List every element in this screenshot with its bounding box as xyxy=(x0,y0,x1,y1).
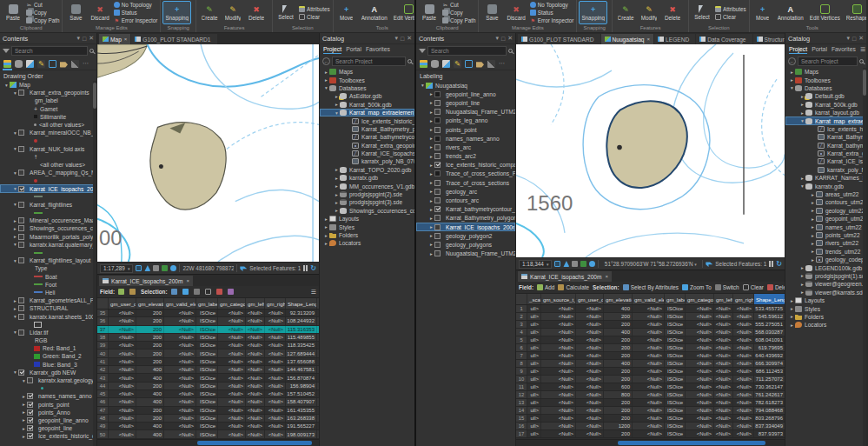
table-cell[interactable]: <Null> xyxy=(218,310,246,316)
expander-icon[interactable] xyxy=(323,233,329,238)
catalog-item[interactable]: Maps xyxy=(785,68,866,76)
row-number[interactable]: 6 xyxy=(516,344,527,351)
expander-icon[interactable] xyxy=(428,118,434,123)
expander-icon[interactable] xyxy=(323,85,329,90)
expander-icon[interactable] xyxy=(12,258,18,263)
view-tab[interactable]: G100_PLOT STANDARD1 xyxy=(131,34,216,44)
table-cell[interactable]: 200 xyxy=(136,415,164,422)
labeling-view-icon[interactable] xyxy=(476,60,484,68)
table-cell[interactable]: ISOice xyxy=(665,336,686,343)
table-row[interactable]: 5 ull><Null><Null>200<Null>ISOice<Null><… xyxy=(516,336,785,344)
expander-icon[interactable] xyxy=(3,83,10,88)
expander-icon[interactable] xyxy=(21,378,27,383)
search-input[interactable] xyxy=(427,46,507,56)
table-cell[interactable]: <Null> xyxy=(576,399,604,406)
expander-icon[interactable] xyxy=(334,200,340,205)
table-cell[interactable]: <Null> xyxy=(265,326,286,333)
catalog-item[interactable]: trends_utm22 xyxy=(785,248,866,256)
table-cell[interactable]: 568.030287 xyxy=(754,329,785,336)
row-number[interactable]: 4 xyxy=(516,329,527,336)
table-cell[interactable]: <Null> xyxy=(633,321,665,328)
expander-icon[interactable] xyxy=(799,94,805,99)
table-cell[interactable]: <Null> xyxy=(714,399,733,406)
table-cell[interactable]: ull> xyxy=(527,399,541,406)
table-cell[interactable]: <Null> xyxy=(265,374,286,381)
ribbon-button[interactable]: Create xyxy=(198,1,221,24)
column-header[interactable]: Shape_Length xyxy=(286,298,317,309)
table-cell[interactable]: 200 xyxy=(136,342,164,349)
table-cell[interactable]: <Null> xyxy=(164,342,196,349)
layer-item[interactable]: Green: Band_2 xyxy=(0,352,96,360)
column-header[interactable]: gm_right xyxy=(733,294,754,304)
expander-icon[interactable] xyxy=(12,130,18,136)
catalog-item[interactable]: Locators xyxy=(320,239,414,247)
expander-icon[interactable] xyxy=(428,233,434,238)
expander-icon[interactable] xyxy=(334,110,340,116)
table-cell[interactable]: <Null> xyxy=(265,342,286,349)
column-header[interactable]: gm_elevation xyxy=(136,298,164,309)
table-cell[interactable]: <Null> xyxy=(164,334,196,341)
back-icon[interactable]: ← xyxy=(322,57,330,65)
row-number[interactable]: 46 xyxy=(97,398,109,405)
column-header[interactable]: gm_category xyxy=(218,298,246,309)
row-number[interactable]: 8 xyxy=(516,360,527,367)
scrollbar[interactable] xyxy=(863,68,866,446)
table-cell[interactable]: <Null> xyxy=(633,352,665,359)
table-cell[interactable]: <Null> xyxy=(733,352,754,359)
layer-item[interactable]: Mineral_occurences_Maarmorilik_100k xyxy=(0,216,96,224)
table-selection-button[interactable]: Select By Attributes xyxy=(623,284,679,290)
catalog-item[interactable]: Karrat_map_extraelements.gdb xyxy=(785,116,866,124)
close-icon[interactable]: × xyxy=(186,278,189,283)
layer-item[interactable] xyxy=(0,384,96,392)
search-project-input[interactable] xyxy=(798,57,858,66)
table-cell[interactable]: <Null> xyxy=(265,423,286,429)
ribbon-button[interactable]: Select xyxy=(691,1,713,24)
expander-icon[interactable] xyxy=(428,127,434,132)
table-cell[interactable]: 200 xyxy=(136,349,164,356)
ribbon-button[interactable]: Annotation xyxy=(359,1,390,24)
table-cell[interactable]: <Null> xyxy=(265,407,286,414)
table-cell[interactable]: <Null> xyxy=(576,305,604,312)
table-cell[interactable]: 92.313209 xyxy=(286,310,317,316)
tab-favorites[interactable]: Favorites xyxy=(832,46,856,53)
table-cell[interactable]: <Null> xyxy=(686,368,714,375)
catalog-item[interactable]: prodgisjspgint(2).sde xyxy=(320,190,414,198)
chevron-down-icon[interactable]: ▾ xyxy=(495,35,499,42)
table-cell[interactable]: 200 xyxy=(604,415,633,422)
layer-item[interactable]: Foot xyxy=(0,281,96,289)
ribbon-button[interactable]: Attributes xyxy=(715,5,746,12)
layer-item[interactable]: RGB xyxy=(0,336,96,344)
table-cell[interactable]: 400 xyxy=(136,430,164,437)
expander-icon[interactable] xyxy=(334,176,340,181)
layer-item[interactable]: geopoint_line xyxy=(0,424,96,432)
close-icon[interactable]: × xyxy=(605,274,608,279)
table-cell[interactable]: ISOice xyxy=(196,383,218,389)
table-cell[interactable]: <Null> xyxy=(246,366,265,373)
row-number[interactable]: 48 xyxy=(97,415,109,422)
table-cell[interactable]: <Null> xyxy=(218,398,246,405)
ribbon-button[interactable]: Delete xyxy=(661,1,684,24)
table-cell[interactable]: <Null> xyxy=(733,430,754,437)
expander-icon[interactable] xyxy=(810,208,816,213)
table-cell[interactable]: 198.009173 xyxy=(286,430,317,437)
layer-item[interactable]: Karrat_mineralOCC_NB_21 xyxy=(0,129,96,136)
layer-item[interactable] xyxy=(0,209,96,216)
expander-icon[interactable] xyxy=(21,402,27,407)
table-cell[interactable]: <Null> xyxy=(714,321,733,328)
search-icon[interactable] xyxy=(859,59,864,63)
layer-checkbox[interactable] xyxy=(434,197,441,203)
grid-icon[interactable] xyxy=(136,265,142,271)
table-cell[interactable]: <Null> xyxy=(576,368,604,375)
table-cell[interactable]: <Null> xyxy=(714,336,733,343)
layer-checkbox[interactable] xyxy=(18,170,24,176)
table-selection-button[interactable] xyxy=(171,289,179,295)
charts-view-icon[interactable] xyxy=(487,60,495,68)
ribbon-button[interactable]: Error Inspector xyxy=(530,17,574,24)
table-cell[interactable]: 400 xyxy=(604,305,633,312)
table-cell[interactable]: <Null> xyxy=(686,336,714,343)
table-cell[interactable]: <Null> xyxy=(686,352,714,359)
table-cell[interactable]: <Null> xyxy=(576,430,604,437)
row-number[interactable]: 17 xyxy=(516,430,527,437)
selected-features-count[interactable]: Selected Features: 1 xyxy=(715,261,766,267)
layer-checkbox[interactable] xyxy=(18,225,24,231)
